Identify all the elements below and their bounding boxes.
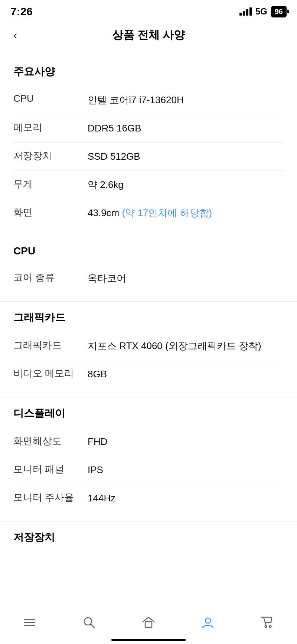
status-bar: 7:26 5G 96 <box>0 0 297 22</box>
spec-label-screen: 화면 <box>13 206 88 219</box>
home-indicator <box>111 639 186 641</box>
content-area: 주요사양 CPU 인텔 코어i7 i7-13620H 메모리 DDR5 16GB… <box>0 48 297 604</box>
spec-label-panel: 모니터 패널 <box>13 463 88 476</box>
spec-label-weight: 무게 <box>13 178 88 191</box>
svg-point-3 <box>84 618 92 625</box>
spec-label-refresh-rate: 모니터 주사율 <box>13 491 88 504</box>
spec-value-refresh-rate: 144Hz <box>88 491 284 505</box>
status-time: 7:26 <box>10 5 33 18</box>
search-icon <box>81 614 97 631</box>
nav-item-search[interactable] <box>74 612 105 633</box>
nav-item-home[interactable] <box>133 612 164 633</box>
spec-value-memory: DDR5 16GB <box>88 121 284 136</box>
section-title-display: 디스플레이 <box>13 406 284 420</box>
spec-value-panel: IPS <box>88 463 284 477</box>
signal-bar-3 <box>246 9 248 16</box>
home-icon <box>140 614 157 631</box>
signal-bars <box>239 7 252 16</box>
spec-row-resolution: 화면해상도 FHD <box>13 428 284 456</box>
spec-label-cpu: CPU <box>13 93 88 104</box>
spec-row-storage: 저장장치 SSD 512GB <box>13 143 284 171</box>
nav-item-cart[interactable] <box>252 612 283 633</box>
section-cpu: CPU 코어 종류 옥타코어 <box>0 236 297 302</box>
bottom-nav <box>0 606 297 644</box>
back-button[interactable]: ‹ <box>10 27 20 42</box>
menu-icon <box>22 614 38 631</box>
spec-row-memory: 메모리 DDR5 16GB <box>13 114 284 143</box>
spec-row-screen: 화면 43.9cm (약 17인치에 해당함) <box>13 199 284 227</box>
spec-value-core-type: 옥타코어 <box>88 271 284 286</box>
svg-point-6 <box>205 618 210 623</box>
spec-label-vram: 비디오 메모리 <box>13 367 88 380</box>
section-display: 디스플레이 화면해상도 FHD 모니터 패널 IPS 모니터 주사율 144Hz <box>0 397 297 521</box>
spec-value-storage: SSD 512GB <box>88 149 284 164</box>
spec-row-weight: 무게 약 2.6kg <box>13 171 284 199</box>
signal-bar-2 <box>243 11 245 16</box>
section-title-cpu: CPU <box>13 245 284 257</box>
spec-row-panel: 모니터 패널 IPS <box>13 456 284 484</box>
section-title-main: 주요사양 <box>13 65 284 79</box>
section-graphics: 그래픽카드 그래픽카드 지포스 RTX 4060 (외장그래픽카드 장착) 비디… <box>0 302 297 397</box>
spec-label-core-type: 코어 종류 <box>13 271 88 284</box>
spec-row-cpu: CPU 인텔 코어i7 i7-13620H <box>13 86 284 114</box>
spec-value-screen: 43.9cm (약 17인치에 해당함) <box>88 206 284 220</box>
network-label: 5G <box>255 6 267 17</box>
battery-indicator: 96 <box>271 6 287 17</box>
header: ‹ 상품 전체 사양 <box>0 22 297 48</box>
spec-label-memory: 메모리 <box>13 121 88 134</box>
cart-icon <box>259 614 275 631</box>
page-title: 상품 전체 사양 <box>112 27 185 43</box>
section-main-specs: 주요사양 CPU 인텔 코어i7 i7-13620H 메모리 DDR5 16GB… <box>0 56 297 236</box>
section-title-graphics: 그래픽카드 <box>13 310 284 325</box>
svg-rect-5 <box>145 622 152 628</box>
spec-label-storage: 저장장치 <box>13 149 88 162</box>
spec-value-resolution: FHD <box>88 435 284 449</box>
profile-icon <box>200 614 216 631</box>
spec-value-cpu: 인텔 코어i7 i7-13620H <box>88 93 284 107</box>
nav-item-menu[interactable] <box>14 612 45 633</box>
spec-row-vram: 비디오 메모리 8GB <box>13 360 284 388</box>
section-storage-detail: 저장장치 <box>0 521 297 567</box>
spec-label-gpu: 그래픽카드 <box>13 339 88 352</box>
spec-label-resolution: 화면해상도 <box>13 435 88 448</box>
spec-value-screen-note: (약 17인치에 해당함) <box>122 207 212 218</box>
spec-row-refresh-rate: 모니터 주사율 144Hz <box>13 484 284 512</box>
status-right: 5G 96 <box>239 6 287 17</box>
svg-point-7 <box>265 626 267 628</box>
spec-row-core-type: 코어 종류 옥타코어 <box>13 264 284 292</box>
nav-item-profile[interactable] <box>192 612 223 633</box>
spec-value-vram: 8GB <box>88 367 284 381</box>
spec-value-weight: 약 2.6kg <box>88 178 284 192</box>
signal-bar-1 <box>239 13 242 16</box>
svg-line-4 <box>91 624 94 628</box>
signal-bar-4 <box>249 7 252 16</box>
spec-value-gpu: 지포스 RTX 4060 (외장그래픽카드 장착) <box>88 339 284 353</box>
spec-row-gpu: 그래픽카드 지포스 RTX 4060 (외장그래픽카드 장착) <box>13 332 284 360</box>
section-title-storage-detail: 저장장치 <box>13 530 284 544</box>
svg-point-8 <box>270 626 271 628</box>
